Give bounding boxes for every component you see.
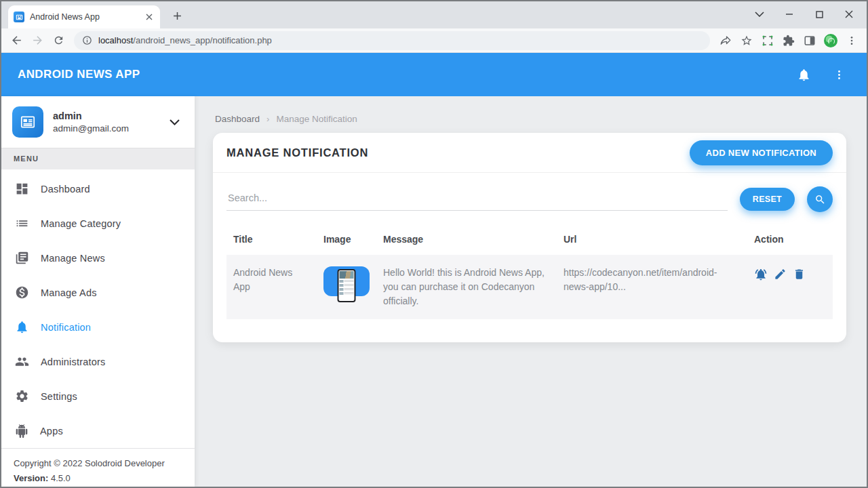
copyright-text: Copyright © 2022 Solodroid Developer	[14, 456, 182, 471]
reload-icon[interactable]	[49, 30, 68, 50]
version-text: Version: 4.5.0	[14, 471, 182, 486]
phone-screenshot	[338, 269, 356, 302]
cell-actions	[747, 255, 833, 319]
column-title: Title	[226, 224, 317, 255]
window-close-icon[interactable]	[834, 1, 864, 27]
delete-icon[interactable]	[793, 268, 806, 281]
table-header-row: Title Image Message Url Action	[226, 224, 833, 255]
chevron-down-icon[interactable]	[170, 119, 184, 125]
newspaper-avatar-icon	[12, 106, 43, 138]
android-extension-icon[interactable]	[821, 30, 840, 50]
notifications-table: Title Image Message Url Action Android N…	[213, 224, 846, 342]
forward-icon[interactable]	[28, 30, 47, 50]
main-content: Dashboard › Manage Notification MANAGE N…	[195, 96, 867, 487]
column-image: Image	[317, 224, 376, 255]
url-text: localhost/android_news_app/notification.…	[98, 35, 272, 45]
cell-message: Hello World! this is Android News App, y…	[376, 255, 557, 319]
add-new-notification-button[interactable]: ADD NEW NOTIFICATION	[690, 140, 833, 165]
browser-window: Android News App	[0, 0, 868, 488]
breadcrumb-dashboard[interactable]: Dashboard	[215, 114, 260, 124]
edit-icon[interactable]	[774, 268, 787, 281]
back-icon[interactable]	[7, 30, 26, 50]
sidebar: admin admin@gmail.com MENU Dashboard Man…	[1, 96, 195, 487]
gear-icon	[15, 389, 29, 403]
window-maximize-icon[interactable]	[804, 1, 834, 27]
search-input[interactable]	[226, 188, 728, 211]
browser-tab[interactable]: Android News App	[8, 5, 160, 28]
share-icon[interactable]	[715, 30, 735, 50]
column-action: Action	[747, 224, 833, 255]
sidebar-item-dashboard[interactable]: Dashboard	[1, 171, 195, 206]
screenshot-extension-icon[interactable]	[757, 30, 777, 50]
sidebar-item-manage-news[interactable]: Manage News	[1, 241, 195, 275]
profile-name: admin	[53, 110, 129, 121]
sidebar-footer: Copyright © 2022 Solodroid Developer Ver…	[1, 448, 195, 488]
notifications-bell-icon[interactable]	[792, 63, 815, 86]
page-info-icon[interactable]	[82, 35, 92, 45]
breadcrumb-current: Manage Notification	[276, 114, 357, 124]
profile-email: admin@gmail.com	[53, 123, 129, 134]
url-bar[interactable]: localhost/android_news_app/notification.…	[74, 31, 710, 50]
side-panel-icon[interactable]	[800, 30, 819, 50]
search-row: RESET	[213, 173, 846, 214]
reset-button[interactable]: RESET	[740, 188, 795, 211]
menu-section-label: MENU	[1, 148, 195, 169]
browser-toolbar: localhost/android_news_app/notification.…	[1, 28, 867, 53]
news-icon	[15, 251, 29, 265]
manage-notification-card: MANAGE NOTIFICATION ADD NEW NOTIFICATION…	[213, 133, 846, 342]
profile-dropdown[interactable]: admin admin@gmail.com	[1, 96, 195, 148]
list-icon	[15, 216, 29, 230]
browser-menu-icon[interactable]	[842, 30, 861, 50]
search-button[interactable]	[807, 186, 833, 212]
cell-url: https://codecanyon.net/item/android-news…	[557, 255, 747, 319]
profile-info: admin admin@gmail.com	[53, 110, 129, 134]
sidebar-item-manage-ads[interactable]: Manage Ads	[1, 275, 195, 310]
extensions-puzzle-icon[interactable]	[778, 30, 798, 50]
app-menu-dots-icon[interactable]	[827, 63, 850, 86]
sidebar-item-notification[interactable]: Notification	[1, 310, 195, 344]
bell-icon	[15, 320, 29, 334]
notification-image	[323, 266, 370, 296]
column-url: Url	[557, 224, 747, 255]
window-minimize-icon[interactable]	[774, 1, 804, 27]
tab-strip: Android News App	[1, 1, 867, 28]
table-row: Android News App	[226, 255, 833, 319]
people-icon	[15, 354, 29, 369]
money-icon	[15, 285, 29, 300]
sidebar-item-manage-category[interactable]: Manage Category	[1, 206, 195, 241]
tab-title: Android News App	[30, 12, 138, 22]
app-title: ANDROID NEWS APP	[18, 68, 140, 81]
cell-image	[317, 255, 376, 319]
window-hide-toolbar-icon[interactable]	[745, 1, 774, 27]
tab-close-icon[interactable]	[143, 12, 155, 23]
url-host: localhost	[98, 35, 133, 45]
breadcrumb: Dashboard › Manage Notification	[213, 114, 846, 124]
window-controls	[745, 1, 864, 27]
search-icon	[814, 194, 826, 205]
new-tab-button[interactable]	[168, 7, 186, 24]
sidebar-item-apps[interactable]: Apps	[1, 413, 195, 448]
android-icon	[15, 424, 28, 438]
dashboard-icon	[15, 182, 29, 196]
card-header: MANAGE NOTIFICATION ADD NEW NOTIFICATION	[213, 133, 846, 173]
column-message: Message	[376, 224, 557, 255]
breadcrumb-separator-icon: ›	[267, 114, 269, 124]
page-title: MANAGE NOTIFICATION	[226, 146, 368, 159]
sidebar-item-settings[interactable]: Settings	[1, 379, 195, 413]
sidebar-menu: Dashboard Manage Category Manage News Ma…	[1, 169, 195, 448]
app-header: ANDROID NEWS APP	[1, 53, 867, 96]
url-path: /android_news_app/notification.php	[133, 35, 272, 45]
cell-title: Android News App	[226, 255, 317, 319]
newspaper-favicon-icon	[14, 12, 24, 22]
send-notification-icon[interactable]	[754, 268, 768, 281]
bookmark-star-icon[interactable]	[736, 30, 756, 50]
sidebar-item-administrators[interactable]: Administrators	[1, 344, 195, 379]
